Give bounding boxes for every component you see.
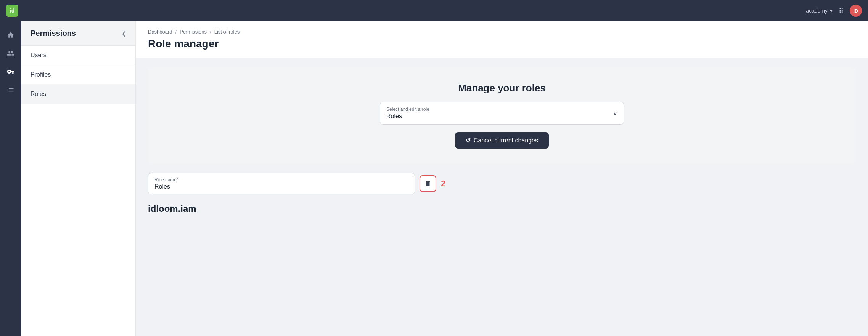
user-avatar[interactable]: ID <box>850 5 862 17</box>
role-name-section: Role name* 2 <box>148 173 856 194</box>
icon-sidebar <box>0 21 21 336</box>
role-name-input-wrapper: Role name* <box>148 173 415 194</box>
trash-icon <box>424 180 431 187</box>
page-header: Dashboard / Permissions / List of roles … <box>136 21 868 58</box>
breadcrumb: Dashboard / Permissions / List of roles <box>148 29 856 35</box>
breadcrumb-sep-2: / <box>210 29 211 35</box>
iam-title: idloom.iam <box>148 203 856 214</box>
manage-roles-card: Manage your roles Select and edit a role… <box>148 67 856 164</box>
sidebar-icon-home[interactable] <box>3 27 18 43</box>
select-value: Roles <box>386 113 617 120</box>
app-logo[interactable]: id <box>6 5 18 17</box>
role-select-dropdown[interactable]: Select and edit a role Roles ∨ <box>380 102 624 125</box>
role-name-label: Role name* <box>154 177 408 182</box>
sidebar-section-title: Permissions <box>31 29 76 38</box>
account-switcher[interactable]: academy ▾ <box>806 8 833 14</box>
page-title: Role manager <box>148 38 856 50</box>
left-sidebar: Permissions ❮ Users Profiles Roles <box>21 21 136 336</box>
iam-section: idloom.iam <box>148 203 856 220</box>
refresh-icon: ↺ <box>466 137 471 144</box>
page-layout: Permissions ❮ Users Profiles Roles Dashb… <box>0 21 868 336</box>
apps-grid-icon[interactable]: ⠿ <box>839 6 844 15</box>
sidebar-icon-users[interactable] <box>3 46 18 61</box>
sidebar-item-roles[interactable]: Roles <box>21 85 135 104</box>
chevron-down-icon: ∨ <box>613 110 617 117</box>
top-navigation: id academy ▾ ⠿ ID <box>0 0 868 21</box>
main-content: Dashboard / Permissions / List of roles … <box>136 21 868 336</box>
sidebar-collapse-icon[interactable]: ❮ <box>122 30 126 37</box>
cancel-changes-button[interactable]: ↺ Cancel current changes <box>455 132 549 149</box>
delete-role-button[interactable] <box>420 175 436 192</box>
sidebar-item-users[interactable]: Users <box>21 46 135 65</box>
chevron-down-icon: ▾ <box>830 8 833 14</box>
topnav-right: academy ▾ ⠿ ID <box>806 5 862 17</box>
sidebar-icon-key[interactable] <box>3 64 18 79</box>
breadcrumb-sep-1: / <box>175 29 177 35</box>
select-label: Select and edit a role <box>386 107 617 112</box>
delete-badge: 2 <box>441 179 445 189</box>
sidebar-item-profiles[interactable]: Profiles <box>21 65 135 85</box>
sidebar-icon-list[interactable] <box>3 82 18 98</box>
sidebar-section-header: Permissions ❮ <box>21 21 135 46</box>
role-name-input[interactable] <box>154 183 408 190</box>
breadcrumb-dashboard[interactable]: Dashboard <box>148 29 172 35</box>
manage-roles-title: Manage your roles <box>458 82 546 94</box>
breadcrumb-current: List of roles <box>214 29 240 35</box>
breadcrumb-permissions[interactable]: Permissions <box>180 29 207 35</box>
